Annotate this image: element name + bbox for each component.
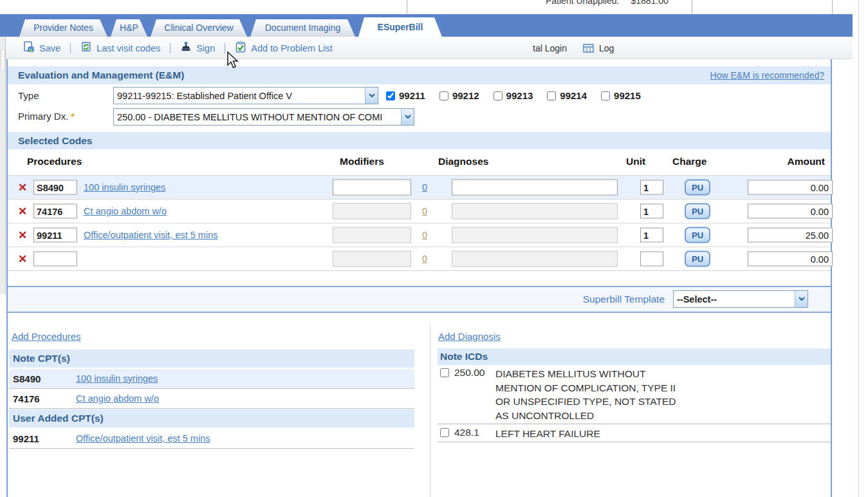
procedure-name-link[interactable]: Ct angio abdom w/o	[84, 206, 167, 216]
delete-row-icon[interactable]: ✕	[18, 230, 27, 241]
em-code-99215-checkbox[interactable]	[601, 91, 610, 100]
note-cpt-header: Note CPT(s)	[9, 350, 414, 368]
delete-row-icon[interactable]: ✕	[18, 254, 27, 265]
cpt-name-link[interactable]: Office/outpatient visit, est 5 mins	[76, 433, 210, 444]
note-cpt-title: Note CPT(s)	[13, 353, 70, 364]
unit-input[interactable]	[640, 204, 663, 219]
add-diagnosis-link[interactable]: Add Diagnosis	[438, 331, 501, 342]
primary-dx-select[interactable]: 250.00 - DIABETES MELLITUS WITHOUT MENTI…	[113, 108, 414, 126]
clipboard-check-icon	[235, 41, 246, 55]
toolbar-separator	[225, 43, 225, 53]
window-edge-line	[858, 0, 859, 497]
pickup-charge-button[interactable]: PU	[685, 203, 710, 220]
cpt-name-link[interactable]: Ct angio abdom w/o	[76, 393, 159, 404]
modifier-input[interactable]	[333, 251, 411, 267]
em-code-99213-checkbox[interactable]	[494, 91, 503, 100]
patient-unapplied: Patient Unapplied:$1881.00	[546, 0, 669, 6]
em-section-title: Evaluation and Management (E&M)	[18, 66, 184, 84]
em-code-checkboxes: 99211 99212 99213 99214 99215	[386, 87, 655, 104]
em-code-option: 99211	[386, 90, 425, 101]
cpt-code: S8490	[13, 373, 41, 384]
sign-button[interactable]: Sign	[180, 41, 215, 55]
save-button[interactable]: Save	[23, 41, 60, 55]
last-visit-codes-button[interactable]: Last visit codes	[80, 41, 160, 55]
log-label[interactable]: Log	[599, 43, 614, 53]
tab-hp[interactable]: H&P	[111, 19, 147, 37]
col-procedures: Procedures	[27, 156, 82, 167]
add-to-problem-list-label: Add to Problem List	[251, 43, 333, 53]
procedure-code-input[interactable]	[33, 252, 77, 267]
how-em-recommended-link[interactable]: How E&M is recommended?	[710, 66, 824, 84]
modifier-input[interactable]	[333, 203, 411, 220]
pickup-charge-button[interactable]: PU	[685, 251, 710, 267]
icd-description: LEFT HEART FAILURE	[495, 427, 791, 441]
divider	[692, 0, 692, 14]
tab-provider-notes[interactable]: Provider Notes	[19, 19, 107, 37]
modifier-count-link[interactable]: 0	[422, 182, 427, 192]
type-label: Type	[18, 90, 39, 101]
em-code-99214-checkbox[interactable]	[547, 91, 556, 100]
chevron-down-icon	[795, 291, 808, 307]
col-modifiers: Modifiers	[340, 156, 384, 167]
left-gutter-handle[interactable]	[1, 49, 5, 71]
em-type-select[interactable]: 99211-99215: Established Patient Office …	[113, 87, 378, 104]
tab-document-imaging[interactable]: Document Imaging	[250, 19, 355, 37]
em-code-option: 99214	[547, 90, 587, 101]
modifier-count-link[interactable]: 0	[422, 206, 427, 216]
procedure-code-input[interactable]	[33, 204, 77, 219]
left-gutter	[0, 37, 6, 294]
sign-stamp-icon	[180, 41, 192, 55]
icd-checkbox[interactable]	[440, 428, 449, 437]
procedure-name-link[interactable]: Office/outpatient visit, est 5 mins	[84, 230, 217, 240]
modifier-input[interactable]	[333, 180, 411, 196]
modifier-input[interactable]	[333, 227, 411, 243]
cpt-code: 99211	[13, 433, 39, 444]
em-code-99213-label: 99213	[506, 90, 533, 101]
diagnoses-input[interactable]	[452, 227, 618, 243]
em-code-99212-checkbox[interactable]	[439, 91, 448, 100]
add-procedures-link[interactable]: Add Procedures	[12, 331, 81, 342]
cpt-name-link[interactable]: 100 insulin syringes	[76, 373, 158, 384]
cpt-code: 74176	[13, 393, 40, 404]
em-code-99215-label: 99215	[614, 90, 641, 101]
superbill-template-select[interactable]: --Select--	[673, 290, 808, 308]
delete-row-icon[interactable]: ✕	[18, 182, 27, 193]
chevron-down-icon	[401, 109, 414, 125]
diagnoses-input[interactable]	[452, 203, 618, 220]
tab-esuperbill[interactable]: ESuperBill	[358, 17, 442, 37]
delete-row-icon[interactable]: ✕	[18, 206, 27, 217]
procedure-code-input[interactable]	[33, 228, 77, 243]
unit-input[interactable]	[640, 228, 663, 243]
primary-dx-label: Primary Dx.*	[18, 111, 75, 122]
required-asterisk: *	[71, 111, 75, 122]
procedure-name-link[interactable]: 100 insulin syringes	[84, 182, 165, 192]
amount-input[interactable]	[748, 204, 833, 219]
amount-input[interactable]	[748, 180, 833, 195]
portal-login-label[interactable]: tal Login	[533, 43, 567, 53]
pickup-charge-button[interactable]: PU	[685, 227, 710, 243]
amount-input[interactable]	[748, 228, 833, 243]
diagnoses-input[interactable]	[452, 251, 618, 267]
modifier-count-link[interactable]: 0	[422, 230, 427, 240]
unit-input[interactable]	[640, 180, 663, 195]
cpt-row: S8490 100 insulin syringes	[9, 369, 414, 389]
diagnoses-input[interactable]	[452, 180, 618, 196]
em-code-option: 99215	[601, 90, 641, 101]
pickup-charge-button[interactable]: PU	[685, 180, 710, 196]
unit-input[interactable]	[640, 252, 663, 267]
icd-checkbox[interactable]	[440, 368, 449, 377]
procedure-code-input[interactable]	[33, 180, 77, 195]
add-to-problem-list-button[interactable]: Add to Problem List	[235, 41, 333, 55]
selected-codes-title: Selected Codes	[18, 132, 92, 149]
modifier-count-link[interactable]: 0	[422, 254, 427, 264]
table-row: ✕ Office/outpatient visit, est 5 mins 0 …	[8, 223, 831, 247]
em-code-99212-label: 99212	[452, 90, 479, 101]
em-code-99211-label: 99211	[399, 90, 425, 101]
tab-bar: Provider Notes H&P Clinical Overview Doc…	[0, 14, 853, 37]
tab-clinical-overview[interactable]: Clinical Overview	[151, 19, 247, 37]
selected-codes-header: Selected Codes	[8, 132, 831, 149]
last-visit-codes-label: Last visit codes	[97, 43, 160, 53]
amount-input[interactable]	[748, 252, 833, 267]
cpt-row: 74176 Ct angio abdom w/o	[9, 389, 414, 409]
em-code-99211-checkbox[interactable]	[386, 91, 395, 100]
